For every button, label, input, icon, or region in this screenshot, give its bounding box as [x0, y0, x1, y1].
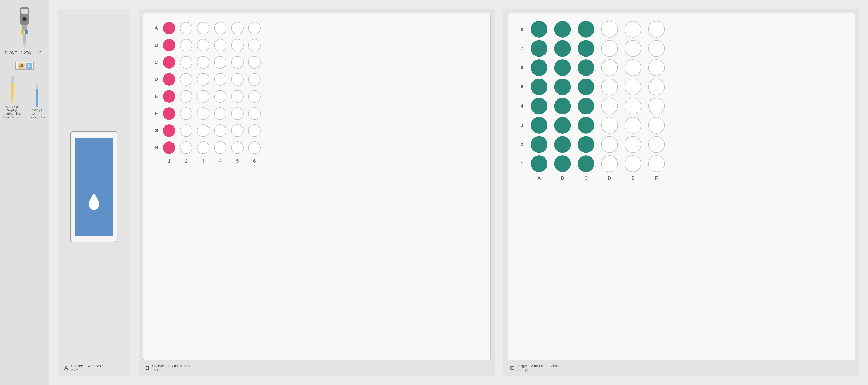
panel-b-tubes: A B C [139, 8, 495, 377]
well-H1 [160, 139, 178, 156]
row-label-H: H [152, 145, 160, 151]
pipette-icon [14, 6, 35, 49]
hplc-circle-6E [625, 59, 641, 76]
well-H3 [195, 139, 212, 156]
panel-a-title: Source - Reservoir [71, 364, 103, 368]
well-E2 [178, 88, 195, 105]
row-label-G: G [152, 128, 160, 133]
hplc-well-6A [527, 58, 551, 77]
hplc-row-label-6: 6 [517, 65, 527, 70]
hplc-circle-4C [578, 98, 594, 115]
reservoir-container [62, 13, 126, 360]
panel-b-subtitle: 1500 µl [152, 368, 190, 372]
hplc-circle-4D [601, 98, 618, 115]
hplc-circle-5C [578, 78, 594, 95]
blue-tip-container: 1250 µl GripTip, Sterile, Filter [27, 84, 47, 119]
pipette-container: D-ONE - 1,250µl - 1CH [5, 6, 44, 55]
well-circle-B1 [163, 39, 175, 52]
hplc-circle-8E [625, 21, 641, 38]
hplc-well-7D [598, 39, 621, 58]
well-circle-D3 [197, 73, 210, 86]
svg-rect-1 [21, 9, 28, 14]
svg-marker-11 [36, 89, 38, 107]
b-col-6: 6 [246, 158, 263, 164]
well-B5 [229, 37, 246, 54]
well-circle-E3 [197, 90, 210, 103]
well-A5 [229, 20, 246, 37]
well-circle-E6 [248, 90, 261, 103]
hplc-well-4B [551, 96, 574, 116]
yellow-tip-container: 50/125 µl GripTip, Sterile, Filter, Low … [2, 76, 23, 119]
main-content: A Source - Reservoir 25 ml A [49, 0, 868, 385]
blue-tip-label: 1250 µl GripTip, Sterile, Filter [27, 108, 47, 119]
well-circle-D5 [231, 73, 244, 86]
hplc-well-2A [527, 135, 551, 154]
hplc-well-6C [574, 58, 598, 77]
svg-rect-10 [36, 84, 38, 89]
reservoir-line [94, 142, 94, 231]
reservoir-box [70, 131, 117, 242]
plate-row-B: B [152, 37, 482, 54]
panel-c-subtitle: 2000 µl [517, 368, 559, 372]
svg-rect-8 [11, 76, 14, 83]
row-label-F: F [152, 111, 160, 116]
svg-rect-4 [21, 30, 24, 34]
hplc-row-1: 1 [517, 154, 846, 173]
hplc-well-2C [574, 135, 598, 154]
reservoir-inner [75, 138, 113, 236]
hplc-circle-5D [601, 78, 618, 95]
well-circle-G4 [214, 124, 226, 137]
hplc-circle-8F [648, 21, 665, 38]
hplc-well-4F [645, 96, 668, 116]
content-area: A Source - Reservoir 25 ml A [58, 8, 860, 377]
c-col-C: C [574, 175, 598, 181]
hplc-well-3D [598, 116, 621, 135]
well-E3 [195, 88, 212, 105]
hplc-well-1C [574, 154, 598, 173]
well-circle-A3 [197, 22, 210, 34]
well-E4 [212, 88, 229, 105]
well-B4 [212, 37, 229, 54]
hplc-plate-c: 8 7 [508, 13, 855, 360]
hplc-circle-5A [531, 78, 547, 95]
well-G5 [229, 122, 246, 139]
hplc-circle-4E [625, 98, 641, 115]
well-E1 [160, 88, 178, 105]
svg-rect-5 [25, 30, 28, 34]
panel-c-vials: 8 7 [503, 8, 860, 377]
row-label-A: A [152, 25, 160, 31]
blue-tip-icon [34, 84, 40, 107]
tip-boxes: 1B 2 [16, 62, 33, 70]
svg-marker-9 [11, 83, 14, 104]
panel-b-letter: B [145, 365, 149, 372]
well-G6 [246, 122, 263, 139]
b-col-4: 4 [212, 158, 229, 164]
hplc-well-3A [527, 116, 551, 135]
hplc-circle-2F [648, 136, 665, 153]
well-H2 [178, 139, 195, 156]
well-C1 [160, 54, 178, 71]
well-C4 [212, 54, 229, 71]
c-col-D: D [598, 175, 621, 181]
hplc-circle-1A [531, 155, 547, 172]
hplc-circle-3E [625, 117, 641, 134]
c-col-F: F [645, 175, 668, 181]
hplc-circle-1E [625, 155, 641, 172]
hplc-circle-8C [578, 21, 594, 38]
well-circle-A4 [214, 22, 226, 34]
well-circle-F4 [214, 107, 226, 120]
c-col-A: A [527, 175, 551, 181]
hplc-row-label-1: 1 [517, 161, 527, 166]
b-col-1: 1 [160, 158, 178, 164]
hplc-circle-4B [554, 98, 571, 115]
well-circle-G6 [248, 124, 261, 137]
well-C2 [178, 54, 195, 71]
well-circle-F5 [231, 107, 244, 120]
well-D6 [246, 71, 263, 88]
plate-row-D: D [152, 71, 482, 88]
hplc-circle-6F [648, 59, 665, 76]
tip-box-1b: 1B [18, 63, 25, 68]
hplc-row-label-5: 5 [517, 84, 527, 90]
well-circle-D6 [248, 73, 261, 86]
well-F3 [195, 105, 212, 122]
